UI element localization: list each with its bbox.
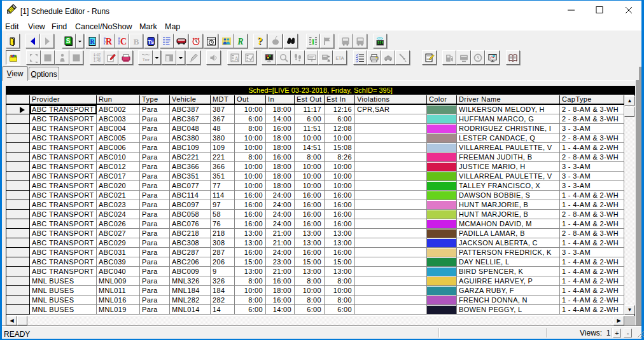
svg-text:R: R xyxy=(105,37,112,46)
svg-text:R: R xyxy=(90,37,95,44)
svg-text:A: A xyxy=(234,55,239,62)
svg-text:B: B xyxy=(134,37,139,46)
svg-text:Ts: Ts xyxy=(148,38,154,44)
svg-text:ETA: ETA xyxy=(335,56,344,60)
svg-text:Tmr: Tmr xyxy=(143,58,150,62)
svg-text:I: I xyxy=(311,37,314,46)
svg-text:?: ? xyxy=(258,36,263,46)
svg-text:1:40: 1:40 xyxy=(94,59,101,62)
svg-text:S: S xyxy=(66,37,71,44)
svg-text:R: R xyxy=(237,37,243,46)
svg-text:C: C xyxy=(120,37,126,46)
